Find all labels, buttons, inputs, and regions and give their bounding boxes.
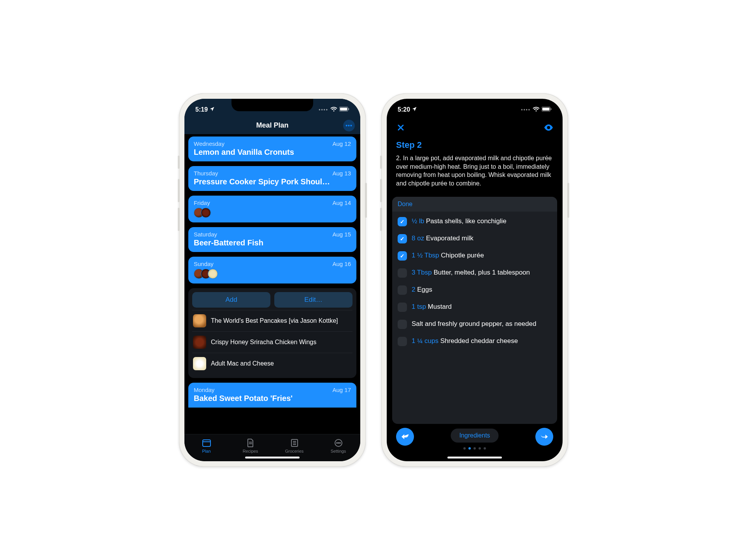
recipe-row[interactable]: Crispy Honey Sriracha Chicken Wings [192,331,352,353]
location-icon [412,106,417,113]
svg-rect-1 [340,108,347,110]
ingredient-text: 2 Eggs [412,285,432,294]
step-title: Step 2 [396,140,553,150]
location-icon [209,106,214,113]
checkbox[interactable] [398,268,407,278]
volume-up [380,179,382,202]
day-date: Aug 14 [332,200,351,206]
ingredient-row[interactable]: ½ lb Pasta shells, like conchiglie [398,213,552,230]
checkbox[interactable] [398,234,407,243]
prev-button[interactable] [396,428,414,446]
ingredient-row[interactable]: 8 oz Evaporated milk [398,230,552,247]
volume-down [380,208,382,231]
svg-rect-3 [203,440,210,446]
ingredients-list[interactable]: ½ lb Pasta shells, like conchiglie 8 oz … [392,212,557,424]
svg-rect-17 [551,108,551,110]
more-button[interactable]: ••• [343,120,355,131]
ingredient-text: 3 Tbsp Butter, melted, plus 1 tablespoon [412,268,530,277]
day-label: Sunday [194,261,214,267]
battery-icon [542,106,552,113]
checkbox[interactable] [398,337,407,346]
eye-button[interactable] [542,121,555,134]
tab-label: Groceries [285,449,304,453]
phone-2: 5:20 •••• [381,93,568,467]
day-meal: Baked Sweet Potato 'Fries' [194,394,351,403]
svg-point-12 [337,443,337,443]
ingredient-row[interactable]: 1 ¼ cups Shredded cheddar cheese [398,333,552,350]
svg-rect-2 [348,108,349,110]
svg-rect-16 [542,108,550,110]
checkbox[interactable] [398,251,407,261]
day-date: Aug 13 [332,170,351,177]
page-title: Meal Plan [256,121,288,130]
day-thumbs [194,269,351,279]
day-card-monday[interactable]: MondayAug 17 Baked Sweet Potato 'Fries' [188,383,356,408]
day-label: Wednesday [194,140,224,147]
day-card-wednesday[interactable]: WednesdayAug 12 Lemon and Vanilla Cronut… [188,136,356,161]
tab-groceries[interactable]: Groceries [272,434,316,457]
checkbox[interactable] [398,303,407,312]
list-icon [290,438,299,448]
ingredient-row[interactable]: 1 tsp Mustard [398,299,552,316]
day-card-saturday[interactable]: SaturdayAug 15 Beer-Battered Fish [188,227,356,252]
ingredient-row[interactable]: 3 Tbsp Butter, melted, plus 1 tablespoon [398,264,552,282]
day-card-thursday[interactable]: ThursdayAug 13 Pressure Cooker Spicy Por… [188,166,356,191]
day-meal: Beer-Battered Fish [194,238,351,247]
checkbox[interactable] [398,320,407,329]
ingredient-row[interactable]: 1 ½ Tbsp Chipotle purée [398,247,552,264]
volume-down [178,208,180,231]
day-label: Monday [194,387,214,393]
day-meal: Pressure Cooker Spicy Pork Shoul… [194,177,351,186]
recipe-thumb [193,336,206,349]
ingredient-row[interactable]: Salt and freshly ground pepper, as neede… [398,316,552,333]
tab-recipes[interactable]: Recipes [228,434,272,457]
ingredient-text: ½ lb Pasta shells, like conchiglie [412,217,507,226]
home-indicator[interactable] [245,457,300,458]
notch [434,99,516,111]
day-date: Aug 16 [332,261,351,267]
power-button [567,183,569,218]
recipe-name: Adult Mac and Cheese [211,360,274,368]
edit-button[interactable]: Edit… [274,292,352,308]
day-card-friday[interactable]: FridayAug 14 [188,196,356,222]
recipe-thumb [193,357,206,370]
calendar-icon [202,438,211,448]
recipe-bottom-bar: Ingredients [387,424,563,461]
tab-plan[interactable]: Plan [184,434,228,457]
nav-header: Meal Plan ••• [184,117,360,134]
next-button[interactable] [535,428,553,446]
svg-point-14 [340,443,340,443]
ingredients-button[interactable]: Ingredients [451,429,498,443]
checkbox[interactable] [398,285,407,295]
signal-dots: •••• [319,107,328,112]
day-label: Friday [194,200,210,206]
day-label: Thursday [194,170,218,177]
close-button[interactable] [395,121,407,134]
volume-up [178,179,180,202]
ingredient-text: 1 tsp Mustard [412,303,452,311]
battery-icon [339,106,349,113]
ingredients-panel: Done ½ lb Pasta shells, like conchiglie … [392,197,557,424]
tab-label: Settings [331,449,346,453]
signal-dots: •••• [521,107,531,112]
ingredient-row[interactable]: 2 Eggs [398,282,552,299]
step-section: Step 2 2. In a large pot, add evaporated… [387,136,563,191]
day-label: Saturday [194,231,217,238]
done-label[interactable]: Done [392,197,557,212]
more-icon [334,438,343,448]
day-card-sunday[interactable]: SundayAug 16 [188,257,356,284]
status-time: 5:20 [398,106,410,113]
plan-scroll[interactable]: WednesdayAug 12 Lemon and Vanilla Cronut… [184,134,360,434]
power-button [365,183,367,218]
ingredient-text: Salt and freshly ground pepper, as neede… [412,320,536,328]
add-button[interactable]: Add [192,292,270,308]
recipe-row[interactable]: Adult Mac and Cheese [192,353,352,374]
checkbox[interactable] [398,217,407,226]
sunday-recipes-section: Add Edit… The World's Best Pancakes [via… [188,288,356,378]
recipe-row[interactable]: The World's Best Pancakes [via Jason Kot… [192,310,352,331]
home-indicator[interactable] [447,457,502,458]
document-icon [246,438,255,448]
day-date: Aug 15 [332,231,351,238]
tab-settings[interactable]: Settings [316,434,360,457]
day-thumbs [194,208,351,218]
